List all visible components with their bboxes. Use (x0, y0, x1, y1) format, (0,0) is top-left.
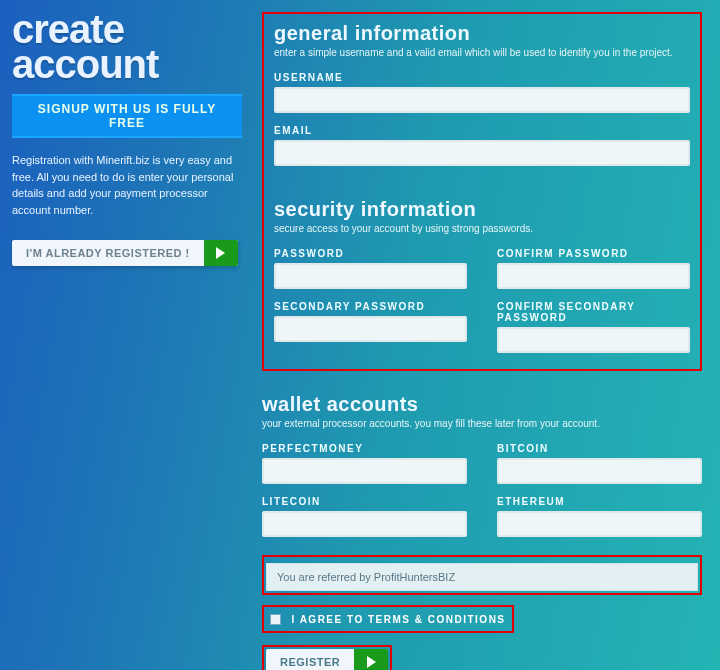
litecoin-label: LITECOIN (262, 496, 467, 507)
perfectmoney-label: PERFECTMONEY (262, 443, 467, 454)
confirm-secondary-password-input[interactable] (497, 327, 690, 353)
wallet-sub: your external processor accounts. you ma… (262, 418, 702, 429)
annotation-box-main: general information enter a simple usern… (262, 12, 702, 371)
register-button[interactable]: REGISTER (266, 649, 388, 670)
confirm-password-label: CONFIRM PASSWORD (497, 248, 690, 259)
ethereum-label: ETHEREUM (497, 496, 702, 507)
litecoin-input[interactable] (262, 511, 467, 537)
password-label: PASSWORD (274, 248, 467, 259)
play-icon (354, 649, 388, 670)
secondary-password-input[interactable] (274, 316, 467, 342)
wallet-heading: wallet accounts (262, 393, 702, 416)
username-label: USERNAME (274, 72, 690, 83)
annotation-box-referral: You are referred by ProfitHuntersBIZ (262, 555, 702, 595)
perfectmoney-input[interactable] (262, 458, 467, 484)
bitcoin-input[interactable] (497, 458, 702, 484)
security-heading: security information (274, 198, 690, 221)
password-input[interactable] (274, 263, 467, 289)
confirm-password-input[interactable] (497, 263, 690, 289)
ethereum-input[interactable] (497, 511, 702, 537)
annotation-box-register: REGISTER (262, 645, 392, 670)
play-icon (204, 240, 238, 266)
terms-checkbox[interactable] (270, 614, 281, 625)
email-label: EMAIL (274, 125, 690, 136)
already-registered-button[interactable]: I'M ALREADY REGISTERED ! (12, 240, 238, 266)
intro-text: Registration with Minerift.biz is very e… (12, 152, 242, 218)
bitcoin-label: BITCOIN (497, 443, 702, 454)
general-heading: general information (274, 22, 690, 45)
email-input[interactable] (274, 140, 690, 166)
secondary-password-label: SECONDARY PASSWORD (274, 301, 467, 312)
page-title: create account (12, 12, 242, 82)
register-label: REGISTER (266, 649, 354, 670)
already-registered-label: I'M ALREADY REGISTERED ! (12, 240, 204, 266)
signup-free-banner: SIGNUP WITH US IS FULLY FREE (12, 94, 242, 138)
confirm-secondary-password-label: CONFIRM SECONDARY PASSWORD (497, 301, 690, 323)
general-sub: enter a simple username and a valid emai… (274, 47, 690, 58)
annotation-box-terms: I AGREE TO TERMS & CONDITIONS (262, 605, 514, 633)
username-input[interactable] (274, 87, 690, 113)
security-sub: secure access to your account by using s… (274, 223, 690, 234)
referral-notice: You are referred by ProfitHuntersBIZ (266, 563, 698, 591)
terms-label[interactable]: I AGREE TO TERMS & CONDITIONS (291, 614, 505, 625)
